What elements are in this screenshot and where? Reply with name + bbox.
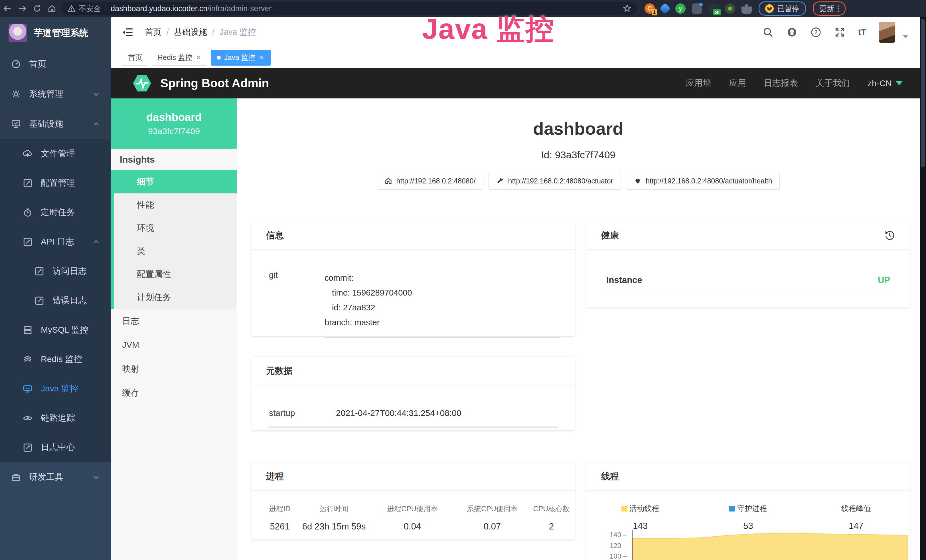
puzzle-extensions-icon[interactable] — [741, 3, 752, 14]
instance-name: dashboard — [146, 111, 202, 124]
metadata-card-title: 元数据 — [266, 365, 293, 377]
sba-nav-wallboard[interactable]: 应用墙 — [685, 77, 711, 89]
sidebar-item-tracing[interactable]: 链路追踪 — [0, 403, 111, 433]
sidebar-item-redis-monitor[interactable]: Redis 监控 — [0, 345, 111, 374]
sba-nav-journal[interactable]: 日志报表 — [764, 77, 798, 89]
browser-back-button[interactable] — [0, 2, 15, 15]
log-icon — [23, 237, 33, 247]
breadcrumb-separator: / — [166, 27, 169, 37]
window-scrollbar[interactable] — [920, 17, 926, 560]
close-icon[interactable] — [259, 55, 265, 61]
cell-process-cpu: 0.04 — [367, 522, 458, 532]
extension-grid-icon[interactable] — [692, 3, 702, 14]
home-icon — [384, 177, 392, 185]
extension-gem-icon[interactable] — [659, 3, 671, 14]
row-divider — [268, 427, 558, 428]
menu-item-jvm[interactable]: JVM — [111, 333, 237, 357]
sidebar-collapse-icon[interactable] — [122, 27, 133, 38]
bookmark-star-icon[interactable] — [622, 4, 632, 14]
extension-switch-icon[interactable]: on — [708, 3, 719, 14]
sidebar-item-home[interactable]: 首页 — [0, 49, 111, 79]
browser-home-button[interactable] — [44, 2, 59, 15]
fullscreen-icon[interactable] — [834, 27, 846, 38]
instance-id: 93a3fc7f7409 — [148, 126, 200, 136]
sba-nav-applications[interactable]: 应用 — [729, 77, 746, 89]
menu-item-mappings[interactable]: 映射 — [111, 357, 237, 381]
info-git-row: git commit: time: 1596289704000 id: 27aa… — [251, 250, 575, 338]
extension-leaf-icon[interactable] — [725, 3, 735, 14]
tab-home[interactable]: 首页 — [122, 50, 148, 66]
sidebar-item-config-manage[interactable]: 配置管理 — [0, 168, 111, 198]
avatar-caret-icon[interactable] — [903, 35, 908, 38]
breadcrumb-home[interactable]: 首页 — [145, 27, 162, 38]
address-bar[interactable]: 不安全 dashboard.yudao.iocoder.cn/infra/adm… — [62, 2, 637, 15]
menu-item-scheduled-tasks[interactable]: 计划任务 — [114, 286, 237, 309]
user-avatar[interactable] — [879, 22, 895, 43]
app-sidebar: 芋道管理系统 首页 系统管理 基础设施 文件管理 配置管理 定时任务 API 日… — [0, 17, 111, 560]
not-secure-warning-icon — [67, 4, 76, 13]
eye-icon — [23, 413, 33, 423]
menu-item-classes[interactable]: 类 — [114, 240, 237, 263]
breadcrumb-infra[interactable]: 基础设施 — [174, 27, 207, 38]
log-icon — [34, 266, 44, 277]
browser-toolbar: 不安全 dashboard.yudao.iocoder.cn/infra/adm… — [0, 0, 926, 17]
sidebar-item-api-log[interactable]: API 日志 — [0, 227, 111, 256]
y-axis-tick-mark — [623, 556, 627, 557]
sidebar-item-system[interactable]: 系统管理 — [0, 79, 111, 109]
sidebar-item-scheduled-jobs[interactable]: 定时任务 — [0, 198, 111, 227]
process-card: 进程 进程ID 运行时间 进程CPU使用率 系统CPU使用率 CPU核心数 52… — [251, 462, 575, 540]
menu-item-details[interactable]: 细节 — [114, 170, 237, 194]
extension-colorzilla-icon[interactable]: C 1 — [645, 3, 655, 14]
health-url-button[interactable]: http://192.168.0.2:48080/actuator/health — [626, 172, 780, 190]
cell-uptime: 6d 23h 15m 59s — [301, 522, 367, 532]
menu-item-logs[interactable]: 日志 — [111, 309, 237, 333]
extension-y-icon[interactable]: y — [675, 3, 685, 14]
help-icon[interactable] — [810, 27, 822, 38]
font-size-icon[interactable]: tT — [858, 27, 866, 37]
actuator-url-button[interactable]: http://192.168.0.2:48080/actuator — [489, 172, 621, 190]
close-icon[interactable] — [196, 55, 201, 61]
health-instance-row: Instance UP — [586, 250, 910, 285]
tab-redis-monitor[interactable]: Redis 监控 — [152, 50, 207, 66]
sidebar-infra-submenu: 文件管理 配置管理 定时任务 API 日志 访问日志 错误日志 MySQL 监控 — [0, 139, 111, 462]
history-icon[interactable] — [884, 230, 895, 241]
menu-item-caches[interactable]: 缓存 — [111, 381, 237, 405]
sidebar-bottom-section: 研发工具 — [0, 462, 111, 560]
browser-forward-button[interactable] — [15, 2, 30, 15]
sidebar-item-error-log[interactable]: 错误日志 — [0, 286, 111, 315]
sba-nav-about[interactable]: 关于我们 — [816, 77, 850, 89]
chrome-update-button[interactable]: 更新 — [813, 2, 846, 16]
sba-brand[interactable]: Spring Boot Admin — [131, 73, 269, 94]
dashboard-icon — [11, 59, 21, 69]
process-table: 进程ID 运行时间 进程CPU使用率 系统CPU使用率 CPU核心数 5261 … — [251, 491, 575, 532]
menu-item-metrics[interactable]: 性能 — [114, 194, 237, 216]
legend-swatch-daemon — [729, 506, 735, 512]
chevron-up-icon — [92, 238, 100, 246]
status-badge: UP — [878, 275, 890, 285]
sba-language-select[interactable]: zh-CN — [867, 79, 903, 88]
service-url-button[interactable]: http://192.168.0.2:48080/ — [377, 172, 483, 190]
browser-menu-icon[interactable] — [838, 5, 839, 12]
sidebar-item-log-center[interactable]: 日志中心 — [0, 433, 111, 462]
heart-icon — [634, 177, 642, 185]
sidebar-item-java-monitor[interactable]: Java 监控 — [0, 374, 111, 403]
menu-item-environment[interactable]: 环境 — [114, 216, 237, 240]
sidebar-item-infra[interactable]: 基础设施 — [0, 109, 111, 139]
browser-reload-button[interactable] — [30, 2, 44, 15]
cell-pid: 5261 — [259, 522, 301, 532]
sidebar-item-dev-tools[interactable]: 研发工具 — [0, 462, 111, 492]
search-icon[interactable] — [762, 27, 774, 38]
scrollbar-thumb[interactable] — [921, 19, 925, 167]
sidebar-item-mysql-monitor[interactable]: MySQL 监控 — [0, 315, 111, 345]
profile-paused-chip[interactable]: 已暂停 — [759, 2, 806, 16]
legend-value-daemon: 53 — [694, 521, 802, 531]
chevron-down-icon — [92, 91, 100, 98]
github-icon[interactable] — [786, 27, 798, 38]
sidebar-item-file-manage[interactable]: 文件管理 — [0, 139, 111, 168]
health-card-title: 健康 — [601, 229, 619, 241]
tab-java-monitor[interactable]: Java 监控 — [211, 50, 271, 66]
menu-item-config-props[interactable]: 配置属性 — [114, 263, 237, 286]
row-divider — [606, 293, 890, 293]
sidebar-item-access-log[interactable]: 访问日志 — [0, 256, 111, 286]
y-axis-tick-mark — [623, 535, 627, 536]
